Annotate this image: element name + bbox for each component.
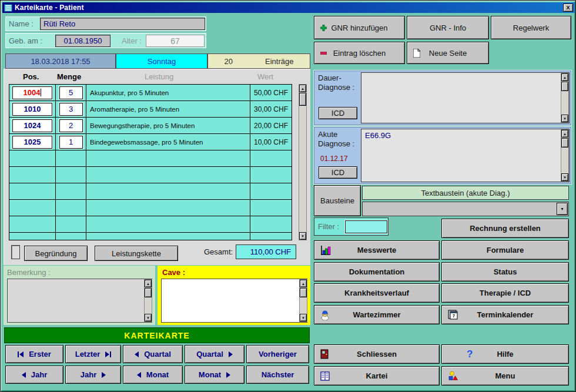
new-page-button[interactable]: Neue Seite [407,42,489,64]
table-row-empty[interactable] [9,183,292,200]
services-table: 1004 5 Akupunktur, pro 5 Minuten 50,00 C… [9,84,292,240]
textbaustein-dropdown[interactable]: ▼ [362,202,569,216]
dauer-icd-button[interactable]: ICD [319,107,357,119]
table-row-empty[interactable] [9,150,292,167]
filter-input[interactable] [345,220,387,233]
rechnung-erstellen-button[interactable]: Rechnung erstellen [441,219,569,238]
scroll-thumb[interactable] [299,93,306,106]
table-row-empty[interactable] [9,233,292,240]
akute-scrollbar[interactable]: ▲ ▼ [561,129,569,182]
bemerkung-textarea[interactable] [7,279,152,323]
scroll-up-button[interactable]: ▲ [300,280,307,287]
scroll-down-button[interactable]: ▼ [561,115,568,122]
cave-textarea[interactable] [161,279,307,323]
calendar-icon: 7 [448,310,458,320]
menge-input[interactable]: 2 [59,119,83,132]
dauer-diagnose-textarea[interactable] [361,72,570,123]
nav-year-back-button[interactable]: Jahr [5,366,63,384]
therapie-icd-button[interactable]: Therapie / ICD [441,283,569,303]
nav-month-back-button[interactable]: Monat [123,366,183,384]
kartei-button[interactable]: Kartei [314,366,440,386]
menge-input[interactable]: 3 [59,103,83,116]
gnr-info-button[interactable]: GNR - Info [407,16,489,39]
scroll-down-button[interactable]: ▼ [300,314,307,321]
table-row-empty[interactable] [9,200,292,216]
akute-icd-button[interactable]: ICD [319,166,357,179]
menge-input[interactable]: 5 [59,86,83,99]
table-row[interactable]: 1025 1 Bindegewebsmassage, pro 5 Minuten… [9,134,292,150]
regelwerk-button[interactable]: Regelwerk [491,16,571,39]
table-row[interactable]: 1024 2 Bewegungstherapie, pro 5 Minuten … [9,118,292,134]
akute-diagnose-textarea[interactable]: E66.9G [361,129,570,182]
bausteine-button[interactable]: Bausteine [314,185,361,216]
nav-previous-button[interactable]: Vorheriger [246,345,309,363]
table-row-empty[interactable] [9,216,292,233]
dob-field[interactable]: 01.08.1950 [55,35,110,47]
schliessen-button[interactable]: Schliessen [314,344,440,364]
dob-row: Geb. am : 01.08.1950 Alter : 67 [5,33,206,48]
dropdown-arrow-button[interactable]: ▼ [557,203,568,215]
menge-input[interactable]: 1 [59,136,83,149]
scroll-thumb[interactable] [561,82,568,91]
title-bar: Karteikarte - Patient X [2,2,575,13]
pos-input[interactable]: 1025 [12,136,52,149]
page-icon [413,49,420,58]
nav-month-fwd-label: Monat [199,370,221,379]
name-field[interactable]: Rüti Reto [40,18,205,30]
begruendung-button[interactable]: Begründung [24,246,88,261]
scroll-thumb[interactable] [300,288,307,297]
hilfe-button[interactable]: ? Hilfe [441,344,569,364]
status-button[interactable]: Status [441,262,569,282]
table-row-empty[interactable] [9,167,292,183]
nav-month-fwd-button[interactable]: Monat [185,366,245,384]
messwerte-button[interactable]: Messwerte [314,240,440,260]
pos-input[interactable]: 1004 [12,86,52,99]
table-row[interactable]: 1010 3 Aromatherapie, pro 5 Minuten 30,0… [9,101,292,118]
formulare-button[interactable]: Formulare [441,240,569,260]
leistung-cell: Akupunktur, pro 5 Minuten [86,85,250,100]
wartezimmer-button[interactable]: Wartezimmer [314,305,440,324]
menu-button[interactable]: Menu [441,366,569,386]
krankheitsverlauf-button[interactable]: Krankheitsverlauf [314,283,440,303]
scroll-thumb[interactable] [561,138,568,148]
begruendung-label: Begründung [35,249,77,258]
nav-previous-label: Vorheriger [259,350,297,359]
gnr-add-button[interactable]: GNR hinzufügen [314,16,405,39]
terminkalender-button[interactable]: 7 Terminkalender [441,305,569,324]
nav-first-button[interactable]: Erster [5,345,63,363]
dauer-scrollbar[interactable]: ▲ ▼ [561,73,569,123]
scroll-down-button[interactable]: ▼ [299,232,306,240]
scroll-up-button[interactable]: ▲ [145,280,152,287]
arrow-right-icon [226,372,230,378]
leistung-cell: Aromatherapie, pro 5 Minuten [86,101,250,117]
nav-next-button[interactable]: Nächster [246,366,309,384]
gesamt-value: 110,00 CHF [236,244,296,259]
scroll-down-button[interactable]: ▼ [561,173,568,181]
leistungskette-button[interactable]: Leistungskette [95,246,178,261]
nav-month-back-label: Monat [146,370,169,379]
scroll-up-button[interactable]: ▲ [561,130,568,138]
nav-last-button[interactable]: Letzter [65,345,121,363]
textbaustein-header: Textbaustein (akute Diag.) [362,186,569,200]
nav-quarter-back-button[interactable]: Quartal [123,345,183,363]
pos-input[interactable]: 1010 [12,103,52,116]
entry-delete-button[interactable]: Eintrag löschen [314,42,405,64]
akute-diagnose-label: Akute Diagnose : [318,130,354,149]
reason-checkbox[interactable] [11,245,20,259]
scroll-up-button[interactable]: ▲ [299,85,306,92]
close-button[interactable]: X [563,4,573,12]
dokumentation-button[interactable]: Dokumentation [314,262,440,282]
filter-label: Filter : [314,222,339,231]
scroll-thumb[interactable] [145,288,152,297]
bemerkung-scrollbar[interactable]: ▲ ▼ [144,279,152,322]
table-row[interactable]: 1004 5 Akupunktur, pro 5 Minuten 50,00 C… [9,85,292,101]
new-page-label: Neue Seite [429,49,467,58]
nav-year-fwd-button[interactable]: Jahr [65,366,121,384]
scroll-down-button[interactable]: ▼ [145,314,152,321]
table-scrollbar[interactable]: ▲ ▼ [299,84,307,240]
pos-input[interactable]: 1024 [12,119,52,132]
cave-scrollbar[interactable]: ▲ ▼ [299,279,307,322]
nav-quarter-fwd-button[interactable]: Quartal [185,345,245,363]
scroll-up-button[interactable]: ▲ [561,73,568,81]
wartezimmer-label: Wartezimmer [353,310,400,319]
